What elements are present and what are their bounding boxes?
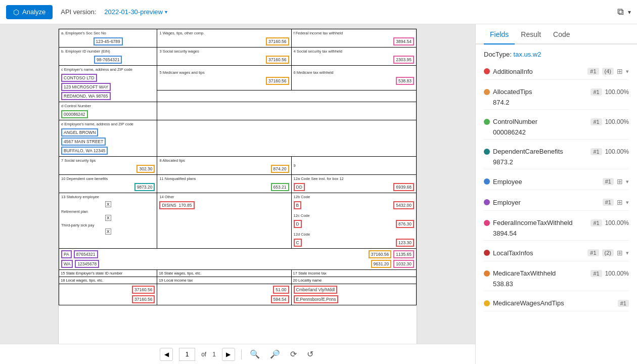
field-header-medicarewagesandtips[interactable]: MedicareWagesAndTips#1 bbox=[484, 297, 629, 309]
field-instance-badge: #1 bbox=[603, 178, 614, 185]
box12b-code: B bbox=[294, 201, 302, 209]
field-item-medicaretaxwithheld: MedicareTaxWithheld#1100.00%538.83 bbox=[484, 267, 629, 291]
layers-icon[interactable]: ⧉ bbox=[617, 7, 624, 17]
field-value-text: 000086242 bbox=[484, 127, 629, 137]
field-table-icon[interactable]: ⊞ bbox=[617, 177, 623, 186]
ss-wages-label: 3 Social security wages bbox=[159, 49, 289, 54]
document-toolbar: ◀ 1 of 1 ▶ 🔍 🔎 ⟳ ↺ bbox=[0, 344, 475, 364]
federal-tax-label: f Federal income tax withheld bbox=[294, 31, 414, 35]
field-divider bbox=[484, 210, 629, 211]
employer-addr1: 123 MICROSOFT WAY bbox=[61, 83, 111, 91]
field-table-icon[interactable]: ⊞ bbox=[617, 249, 623, 257]
topbar-right: ⧉ ▾ bbox=[617, 7, 631, 17]
tab-code[interactable]: Code bbox=[547, 24, 576, 44]
ss-wages-value: 37160.56 bbox=[266, 56, 289, 64]
field-header-federalincometaxwithheld[interactable]: FederalIncomeTaxWithheld#1100.00% bbox=[484, 217, 629, 229]
field-header-controlnumber[interactable]: ControlNumber#1100.00% bbox=[484, 116, 629, 127]
ein-label: b. Employer ID number (EIN) bbox=[61, 49, 155, 54]
field-divider bbox=[484, 109, 629, 110]
field-color-dot bbox=[484, 68, 490, 74]
reset-button[interactable]: ↺ bbox=[305, 348, 315, 360]
page-total-label: 1 bbox=[212, 351, 216, 358]
box12c-label: 12c Code bbox=[294, 213, 414, 218]
field-header-localtaxinfos[interactable]: LocalTaxInfos#1(2)⊞▾ bbox=[484, 247, 629, 259]
box12d-code: C bbox=[294, 239, 302, 247]
nonqual-label: 11 Nonqualified plans bbox=[159, 176, 289, 181]
locality-col-label: 20 Locality name bbox=[291, 277, 416, 284]
zoom-out-button[interactable]: 🔎 bbox=[268, 348, 282, 360]
field-color-dot bbox=[484, 220, 490, 226]
field-color-dot bbox=[484, 199, 490, 205]
ssn-label: a. Employee's Soc Sec No bbox=[61, 31, 155, 35]
field-expand-icon[interactable]: ▾ bbox=[626, 68, 629, 75]
other-label: 14 Other bbox=[159, 195, 289, 199]
state1-code: PA bbox=[61, 250, 72, 258]
control-number-value: 000086242 bbox=[61, 110, 88, 118]
field-expand-icon[interactable]: ▾ bbox=[626, 250, 629, 256]
field-color-dot bbox=[484, 270, 490, 277]
topbar: ⬡ Analyze API version: 2022-01-30-previe… bbox=[0, 0, 637, 24]
document-viewer: a. Employee's Soc Sec No 123-45-6789 1 W… bbox=[0, 24, 475, 364]
ss-tax-label: 4 Social security tax withheld bbox=[294, 49, 414, 54]
box12b-val: 5432.00 bbox=[393, 201, 414, 209]
field-header-allocatedtips[interactable]: AllocatedTips#1100.00% bbox=[484, 86, 629, 98]
employee-addr1: 4567 MAIN STREET bbox=[61, 138, 106, 146]
fields-list: AdditionalInfo#1(4)⊞▾AllocatedTips#1100.… bbox=[484, 65, 629, 311]
tab-fields[interactable]: Fields bbox=[484, 24, 515, 44]
statutory-checkbox: X bbox=[105, 201, 111, 207]
field-item-employee: Employee#1⊞▾ bbox=[484, 175, 629, 190]
field-item-additionalinfo: AdditionalInfo#1(4)⊞▾ bbox=[484, 65, 629, 80]
next-page-button[interactable]: ▶ bbox=[222, 348, 235, 361]
field-value-text: 3894.54 bbox=[484, 229, 629, 238]
box12a-code: DD bbox=[294, 183, 305, 191]
field-confidence-value: 100.00% bbox=[605, 118, 629, 125]
rotate-button[interactable]: ⟳ bbox=[288, 348, 299, 360]
box12d-val: 123.30 bbox=[396, 239, 414, 247]
topbar-expand-icon[interactable]: ▾ bbox=[628, 9, 631, 16]
state-wages1: 37160.56 bbox=[369, 250, 391, 258]
alloc-tips-label: 8 Allocated tips bbox=[159, 158, 289, 163]
field-name-label: MedicareWagesAndTips bbox=[493, 299, 615, 307]
nonqual-value: 653.21 bbox=[271, 183, 289, 191]
field-header-additionalinfo[interactable]: AdditionalInfo#1(4)⊞▾ bbox=[484, 65, 629, 77]
state-tax1: 1135.65 bbox=[393, 250, 414, 258]
state-tax2: 1032.30 bbox=[393, 260, 414, 268]
field-divider bbox=[484, 261, 629, 261]
field-count-badge: (2) bbox=[602, 249, 614, 256]
page-number-input[interactable]: 1 bbox=[179, 348, 195, 361]
field-instance-badge: #1 bbox=[587, 249, 599, 256]
field-table-icon[interactable]: ⊞ bbox=[617, 67, 623, 75]
employer-name-label: c Employer's name, address and ZIP code bbox=[61, 67, 155, 72]
zoom-in-button[interactable]: 🔍 bbox=[248, 348, 262, 360]
field-name-label: Employee bbox=[493, 178, 600, 186]
w2-document: a. Employee's Soc Sec No 123-45-6789 1 W… bbox=[58, 28, 417, 344]
field-header-dependentcarebenefits[interactable]: DependentCareBenefits#1100.00% bbox=[484, 146, 629, 157]
field-header-employer[interactable]: Employer#1⊞▾ bbox=[484, 196, 629, 208]
field-instance-badge: #1 bbox=[590, 148, 602, 155]
field-instance-badge: #1 bbox=[590, 88, 602, 96]
field-item-federalincometaxwithheld: FederalIncomeTaxWithheld#1100.00%3894.54 bbox=[484, 217, 629, 241]
retirement-label: Retirement plan bbox=[61, 209, 155, 214]
prev-page-button[interactable]: ◀ bbox=[160, 348, 173, 361]
field-table-icon[interactable]: ⊞ bbox=[617, 198, 623, 206]
locality1: Cmberland Vly/Mddl bbox=[294, 286, 338, 294]
doctype-row: DocType: tax.us.w2 bbox=[484, 51, 629, 58]
other-value: DISINS 170.85 bbox=[159, 201, 194, 209]
tab-result[interactable]: Result bbox=[515, 24, 547, 44]
api-version-selector[interactable]: 2022-01-30-preview ▾ bbox=[104, 8, 167, 16]
analyze-button[interactable]: ⬡ Analyze bbox=[6, 5, 53, 19]
panel-tabs: Fields Result Code bbox=[476, 24, 637, 44]
medicare-tax-value: 538.83 bbox=[396, 77, 414, 85]
field-count-badge: (4) bbox=[602, 68, 614, 75]
field-item-employer: Employer#1⊞▾ bbox=[484, 196, 629, 211]
field-expand-icon[interactable]: ▾ bbox=[626, 178, 629, 185]
doc-content-area[interactable]: a. Employee's Soc Sec No 123-45-6789 1 W… bbox=[0, 24, 475, 344]
field-expand-icon[interactable]: ▾ bbox=[626, 199, 629, 206]
state-ein1: 87654321 bbox=[74, 250, 98, 258]
field-name-label: AllocatedTips bbox=[493, 88, 587, 96]
field-header-employee[interactable]: Employee#1⊞▾ bbox=[484, 175, 629, 188]
field-divider bbox=[484, 291, 629, 291]
state2-code: WA bbox=[61, 260, 73, 268]
box12a-label: 12a Code See inst. for box 12 bbox=[294, 176, 414, 181]
field-header-medicaretaxwithheld[interactable]: MedicareTaxWithheld#1100.00% bbox=[484, 267, 629, 279]
